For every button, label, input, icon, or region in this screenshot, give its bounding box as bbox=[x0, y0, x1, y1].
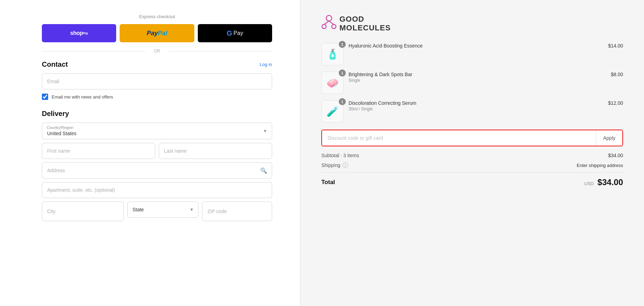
subtotal-line: Subtotal · 3 items $34.00 bbox=[321, 153, 623, 158]
item-image-wrapper: 🧼 1 bbox=[321, 72, 344, 94]
address-wrapper: 🔍 bbox=[42, 162, 272, 178]
item-price-2: $8.00 bbox=[611, 72, 623, 77]
login-link[interactable]: Log in bbox=[260, 62, 272, 67]
delivery-section: Delivery Country/Region United States ▼ … bbox=[42, 110, 272, 221]
state-select-wrapper: State ▼ bbox=[127, 202, 199, 218]
item-price-3: $12.00 bbox=[608, 100, 623, 106]
discount-box: Apply bbox=[321, 130, 623, 146]
item-info-1: Hyaluronic Acid Boosting Essence bbox=[349, 43, 603, 49]
state-select[interactable]: State bbox=[127, 202, 199, 218]
country-select[interactable]: United States bbox=[42, 123, 272, 139]
item-variant-3: 30ml / Single bbox=[349, 107, 603, 111]
shop-pay-label: shopPay bbox=[70, 30, 88, 36]
svg-point-1 bbox=[322, 24, 326, 29]
address-field[interactable] bbox=[42, 162, 272, 178]
last-name-field[interactable] bbox=[159, 143, 272, 159]
gpay-button[interactable]: G Pay bbox=[198, 24, 272, 42]
item-badge-1: 1 bbox=[339, 41, 346, 48]
zip-field[interactable] bbox=[202, 202, 272, 221]
total-currency: USD bbox=[584, 181, 593, 186]
total-value: USD $34.00 bbox=[584, 177, 623, 187]
subtotal-label: Subtotal · 3 items bbox=[321, 153, 359, 158]
cart-item: 🧼 1 Brightening & Dark Spots Bar Single … bbox=[321, 72, 623, 94]
paypal-button[interactable]: PayPal bbox=[120, 24, 194, 42]
search-icon: 🔍 bbox=[260, 167, 267, 174]
apply-button[interactable]: Apply bbox=[596, 130, 622, 146]
shipping-value: Enter shipping address bbox=[577, 163, 623, 168]
subtotal-value: $34.00 bbox=[608, 153, 623, 158]
brand-logo: GOOD MOLECULES bbox=[321, 14, 623, 33]
svg-line-3 bbox=[324, 21, 329, 24]
shop-pay-button[interactable]: shopPay bbox=[42, 24, 116, 42]
express-checkout-label: Express checkout bbox=[42, 14, 272, 19]
total-label: Total bbox=[321, 179, 335, 186]
delivery-title: Delivery bbox=[42, 110, 272, 118]
first-name-field[interactable] bbox=[42, 143, 155, 159]
svg-point-2 bbox=[332, 24, 336, 29]
newsletter-checkbox[interactable] bbox=[42, 94, 48, 100]
item-info-3: Discoloration Correcting Serum 30ml / Si… bbox=[349, 100, 603, 111]
brand-name-line2: MOLECULES bbox=[339, 24, 391, 32]
apartment-field[interactable] bbox=[42, 182, 272, 198]
city-field[interactable] bbox=[42, 202, 124, 221]
item-name-2: Brightening & Dark Spots Bar bbox=[349, 72, 606, 77]
shipping-label: Shipping i bbox=[321, 162, 348, 168]
country-select-wrapper: Country/Region United States ▼ bbox=[42, 123, 272, 139]
newsletter-label: Email me with news and offers bbox=[52, 94, 113, 100]
item-name-3: Discoloration Correcting Serum bbox=[349, 100, 603, 106]
brand-icon bbox=[321, 14, 337, 33]
brand-name-line1: GOOD bbox=[339, 15, 391, 23]
total-line: Total USD $34.00 bbox=[321, 172, 623, 187]
total-amount: $34.00 bbox=[598, 177, 623, 187]
email-field[interactable] bbox=[42, 73, 272, 89]
item-badge-2: 1 bbox=[339, 70, 346, 76]
left-panel: Express checkout shopPay PayPal G Pay OR… bbox=[0, 0, 300, 306]
gpay-logo: G Pay bbox=[227, 29, 243, 37]
svg-line-4 bbox=[329, 21, 334, 24]
express-checkout-buttons: shopPay PayPal G Pay bbox=[42, 24, 272, 42]
item-image-wrapper: 🧪 1 bbox=[321, 100, 344, 123]
item-badge-3: 1 bbox=[339, 98, 346, 105]
name-row bbox=[42, 143, 272, 159]
city-state-zip-row: State ▼ bbox=[42, 202, 272, 221]
contact-header: Contact Log in bbox=[42, 60, 272, 68]
or-divider: OR bbox=[42, 49, 272, 53]
cart-item: 🧴 1 Hyaluronic Acid Boosting Essence $14… bbox=[321, 43, 623, 65]
contact-title: Contact bbox=[42, 60, 68, 68]
cart-item: 🧪 1 Discoloration Correcting Serum 30ml … bbox=[321, 100, 623, 123]
newsletter-row: Email me with news and offers bbox=[42, 94, 272, 100]
item-variant-2: Single bbox=[349, 78, 606, 83]
shipping-line: Shipping i Enter shipping address bbox=[321, 162, 623, 168]
shipping-info-icon[interactable]: i bbox=[343, 162, 348, 168]
item-name-1: Hyaluronic Acid Boosting Essence bbox=[349, 43, 603, 49]
right-panel: GOOD MOLECULES 🧴 1 Hyaluronic Acid Boost… bbox=[300, 0, 644, 306]
item-info-2: Brightening & Dark Spots Bar Single bbox=[349, 72, 606, 83]
cart-items: 🧴 1 Hyaluronic Acid Boosting Essence $14… bbox=[321, 43, 623, 123]
discount-input[interactable] bbox=[322, 130, 596, 146]
paypal-logo: PayPal bbox=[147, 30, 167, 37]
brand-name: GOOD MOLECULES bbox=[339, 15, 391, 32]
item-image-wrapper: 🧴 1 bbox=[321, 43, 344, 65]
item-price-1: $14.00 bbox=[608, 43, 623, 49]
svg-point-0 bbox=[326, 15, 332, 21]
